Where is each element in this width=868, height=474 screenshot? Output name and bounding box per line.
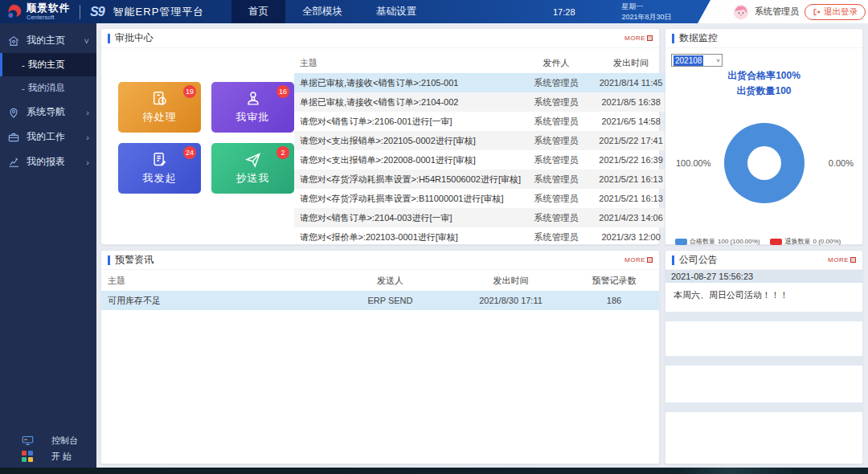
product-title: 智能ERP管理平台	[113, 5, 205, 19]
time-text: 17:28	[553, 7, 575, 17]
announcements-more-button[interactable]: MORE	[828, 256, 856, 264]
legend-swatch-red	[770, 239, 782, 245]
approval-row[interactable]: 单据已审核,请接收<销售订单>:2105-001 系统管理员 2021/8/14…	[294, 73, 670, 92]
user-area: 系统管理员 退出登录	[698, 0, 868, 23]
start-button[interactable]: 开 始	[0, 448, 96, 464]
clock: 17:28 星期一 2021年8月30日	[553, 0, 672, 23]
cc-count-badge: 2	[276, 146, 289, 159]
erp-dashboard: 顺景软件 Centersoft S9 智能ERP管理平台 首页 全部模块 基础设…	[0, 0, 868, 474]
sidebar-item-label: 系统导航	[27, 105, 65, 119]
chart-icon	[7, 156, 20, 169]
approval-more-button[interactable]: MORE	[624, 35, 653, 42]
main-nav: 首页 全部模块 基础设置	[231, 0, 433, 23]
more-icon	[647, 257, 653, 263]
panel-accent-bar	[672, 34, 674, 43]
stamp-icon	[244, 90, 262, 108]
console-button[interactable]: 控制台	[0, 432, 96, 448]
tile-pending[interactable]: 待处理 19	[118, 82, 201, 133]
approval-row[interactable]: 单据已审核,请接收<销售订单>:2104-002 系统管理员 2021/8/5 …	[294, 92, 670, 112]
approval-table: 主题 发件人 发出时间 单据已审核,请接收<销售订单>:2105-001 系统管…	[294, 53, 678, 244]
approval-row[interactable]: 请您对<支出报销单>:202008-0001进行[审核] 系统管理员 2021/…	[294, 150, 670, 170]
approval-row[interactable]: 请您对<存货浮动耗损率设置>:B11000001进行[审核] 系统管理员 202…	[294, 189, 670, 208]
sidebar: 我的主页 ˅ 我的主页 我的消息 系统导航 › 我的工作 ›	[0, 23, 96, 474]
s9-logo: S9	[90, 5, 104, 19]
sidebar-item-my-home[interactable]: 我的主页 ˅	[0, 28, 96, 53]
tile-initiated-by-me[interactable]: 我发起 24	[118, 143, 201, 194]
legend-swatch-blue	[675, 239, 687, 245]
announcements-panel-title: 公司公告	[679, 253, 718, 267]
chevron-down-icon: ˅	[84, 36, 89, 46]
monitor-panel-title: 数据监控	[679, 31, 718, 45]
donut-left-label: 100.00%	[676, 158, 710, 168]
topbar: 顺景软件 Centersoft S9 智能ERP管理平台 首页 全部模块 基础设…	[0, 0, 868, 23]
legend-return: 退换数量 0 (0.00%)	[770, 237, 841, 246]
approval-center-panel: 审批中心 MORE 待处理 19	[100, 28, 660, 245]
start-label: 开 始	[51, 451, 72, 463]
approval-panel-title: 审批中心	[115, 31, 154, 45]
pass-rate-text: 出货合格率100%	[665, 68, 862, 84]
period-select[interactable]: 202108 ˅	[671, 54, 723, 67]
sidebar-item-system-nav[interactable]: 系统导航 ›	[0, 100, 96, 125]
sidebar-item-my-work[interactable]: 我的工作 ›	[0, 125, 96, 149]
approval-row[interactable]: 请您对<销售订单>:2104-003进行[一审] 系统管理员 2021/4/23…	[294, 208, 670, 227]
tile-my-approvals[interactable]: 我审批 16	[211, 82, 294, 133]
pending-count-badge: 19	[183, 85, 196, 98]
announcement-slot	[665, 312, 862, 321]
chart-legend: 合格数量 100 (100.00%) 退换数量 0 (0.00%)	[665, 237, 862, 246]
brand-sub: Centersoft	[27, 14, 70, 21]
tab-home[interactable]: 首页	[231, 0, 285, 23]
data-monitor-panel: 数据监控 202108 ˅ 出货合格率100% 出货数量100 100.00% …	[665, 28, 863, 245]
sidebar-item-label: 我的报表	[27, 155, 65, 169]
alerts-panel-title: 预警资讯	[115, 253, 154, 267]
sidebar-item-my-reports[interactable]: 我的报表 ›	[0, 149, 96, 174]
tile-cc-to-me[interactable]: 抄送我 2	[211, 143, 294, 194]
console-icon	[22, 435, 34, 446]
username: 系统管理员	[755, 6, 799, 18]
weekday-text: 星期一	[622, 2, 672, 11]
period-select-value: 202108	[674, 55, 703, 66]
tab-basic-settings[interactable]: 基础设置	[359, 0, 433, 23]
sidebar-subitem-my-home[interactable]: 我的主页	[0, 53, 96, 76]
more-icon	[850, 257, 856, 263]
announcement-date: 2021-08-27 15:56:23	[665, 270, 862, 283]
announcement-content[interactable]: 本周六、周日公司活动！！！	[665, 283, 862, 312]
chevron-right-icon: ›	[86, 157, 89, 167]
centersoft-logo-icon	[6, 3, 23, 20]
shipment-qty-text: 出货数量100	[665, 84, 862, 99]
sidebar-item-label: 我的主页	[27, 34, 65, 47]
brand-divider	[80, 5, 80, 19]
announcement-slot	[665, 402, 862, 412]
panel-accent-bar	[108, 255, 110, 265]
logout-icon	[813, 8, 821, 16]
approval-row[interactable]: 请您对<销售订单>:2106-001进行[一审] 系统管理员 2021/6/5 …	[294, 112, 670, 131]
tab-all-modules[interactable]: 全部模块	[285, 0, 359, 23]
donut-right-label: 0.00%	[829, 158, 854, 168]
panel-accent-bar	[108, 34, 110, 43]
alerts-table-header: 主题 发送人 发出时间 预警记录数	[101, 270, 659, 291]
my-approvals-count-badge: 16	[276, 85, 289, 98]
paper-plane-icon	[244, 151, 262, 169]
sidebar-subitem-my-messages[interactable]: 我的消息	[0, 76, 96, 100]
initiated-count-badge: 24	[183, 146, 196, 159]
donut-ring	[724, 123, 805, 203]
chevron-right-icon: ›	[86, 108, 89, 117]
approval-row[interactable]: 请您对<存货浮动耗损率设置>:H54R15006002进行[审核] 系统管理员 …	[294, 170, 670, 189]
approval-row[interactable]: 请您对<支出报销单>:202105-0002进行[审核] 系统管理员 2021/…	[294, 131, 670, 150]
alerts-more-button[interactable]: MORE	[624, 256, 653, 264]
legend-pass: 合格数量 100 (100.00%)	[675, 237, 760, 246]
approval-row[interactable]: 请您对<报价单>:202103-0001进行[审核] 系统管理员 2021/3/…	[294, 227, 670, 247]
briefcase-icon	[7, 131, 20, 144]
more-icon	[647, 35, 653, 41]
alert-row[interactable]: 可用库存不足 ERP SEND 2021/8/30 17:11 186	[101, 291, 659, 310]
approval-table-header: 主题 发件人 发出时间	[294, 53, 670, 73]
start-icon	[22, 451, 34, 462]
avatar[interactable]	[733, 4, 749, 20]
doc-pencil-icon	[151, 151, 169, 169]
map-pin-icon	[7, 106, 20, 119]
panel-accent-bar	[672, 255, 674, 265]
logout-button[interactable]: 退出登录	[805, 4, 866, 20]
console-label: 控制台	[51, 435, 78, 447]
todo-doc-clock-icon	[151, 90, 169, 108]
sidebar-item-label: 我的工作	[27, 130, 65, 144]
date-text: 2021年8月30日	[622, 12, 672, 22]
